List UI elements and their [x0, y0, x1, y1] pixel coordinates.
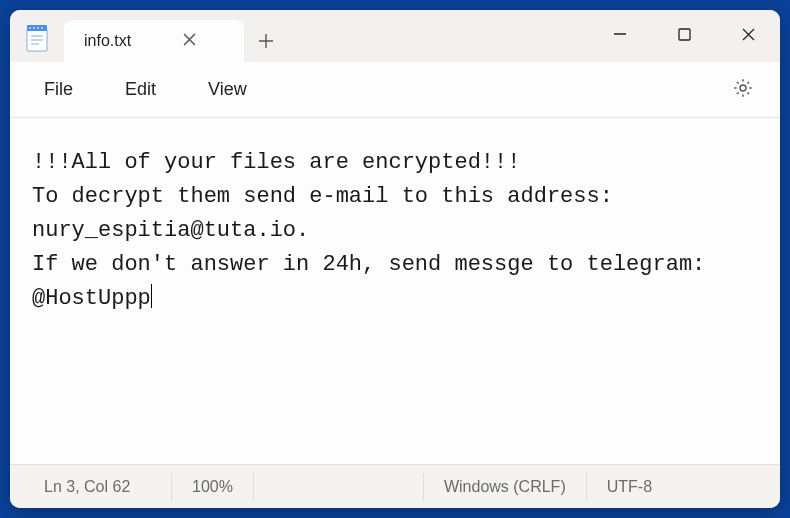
notepad-icon	[25, 24, 49, 52]
app-icon-wrap	[10, 10, 64, 52]
text-editor[interactable]: !!!All of your files are encrypted!!! To…	[10, 118, 780, 464]
tab-title: info.txt	[84, 32, 131, 50]
close-window-button[interactable]	[716, 10, 780, 58]
menubar: File Edit View	[10, 62, 780, 118]
titlebar: info.txt	[10, 10, 780, 62]
svg-point-17	[740, 85, 746, 91]
menu-view[interactable]: View	[182, 71, 273, 108]
editor-content: !!!All of your files are encrypted!!! To…	[32, 150, 719, 311]
menu-file[interactable]: File	[18, 71, 99, 108]
status-zoom[interactable]: 100%	[172, 473, 254, 501]
statusbar: Ln 3, Col 62 100% Windows (CRLF) UTF-8	[10, 464, 780, 508]
tab-active[interactable]: info.txt	[64, 20, 244, 62]
gear-icon	[732, 77, 754, 99]
svg-rect-14	[679, 29, 690, 40]
new-tab-button[interactable]	[244, 20, 288, 62]
status-encoding: UTF-8	[587, 473, 672, 501]
text-cursor	[151, 284, 152, 308]
maximize-button[interactable]	[652, 10, 716, 58]
menu-edit[interactable]: Edit	[99, 71, 182, 108]
status-lineending: Windows (CRLF)	[424, 473, 587, 501]
notepad-window: pcrisk.com info.txt	[10, 10, 780, 508]
window-controls	[588, 10, 780, 58]
settings-button[interactable]	[714, 69, 772, 111]
status-spacer	[254, 473, 424, 501]
close-tab-icon[interactable]	[179, 28, 200, 54]
minimize-button[interactable]	[588, 10, 652, 58]
status-position: Ln 3, Col 62	[22, 473, 172, 501]
